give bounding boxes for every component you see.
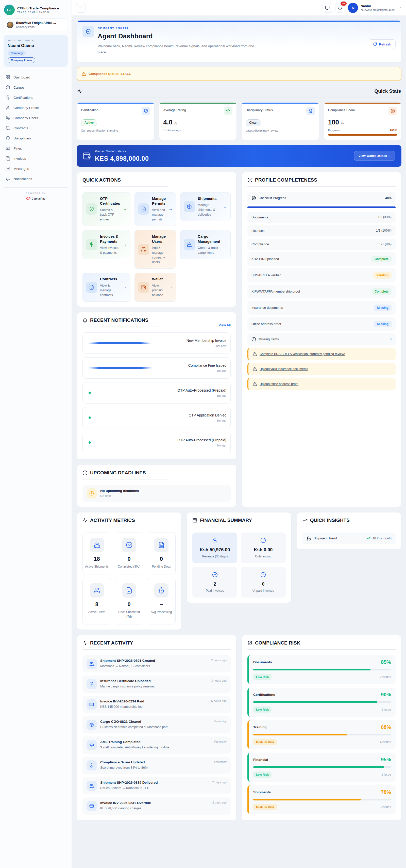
risk-badge: Low Risk bbox=[253, 674, 272, 680]
dollar-icon bbox=[86, 239, 97, 250]
shield-check-icon bbox=[86, 204, 97, 215]
financial-summary-card: FINANCIAL SUMMARY Ksh 50,976.00Revenue (… bbox=[187, 512, 291, 603]
sidebar-item-contracts[interactable]: Contracts bbox=[4, 123, 68, 133]
stat-row-licenses: Licenses1/1 (100%) bbox=[247, 225, 396, 236]
stat-sub: Latest disciplinary review bbox=[246, 129, 315, 132]
compliance-status-text: Compliance Status: STALE bbox=[89, 72, 131, 76]
copies-icon bbox=[6, 156, 10, 161]
missing-link-brs-brela[interactable]: Complete BRS/BRELA verification (current… bbox=[247, 348, 396, 360]
checklist-row: KRA PIN uploadedComplete bbox=[247, 252, 396, 266]
recent-notifications-card: RECENT NOTIFICATIONS View All New Member… bbox=[77, 312, 236, 460]
arrow-right-icon: → bbox=[123, 242, 127, 247]
activity-icon bbox=[77, 89, 82, 94]
welcome-kicker: WELCOME BACK, bbox=[8, 39, 64, 42]
capitalpay-logo: CP bbox=[26, 197, 30, 200]
clock-icon bbox=[260, 572, 266, 578]
star-icon bbox=[224, 107, 232, 115]
sidebar-item-label: Invoices bbox=[13, 157, 26, 160]
notifications-button[interactable]: 99+ bbox=[335, 3, 345, 13]
company-selector[interactable]: BlueWave Freight Africa ... Company Port… bbox=[4, 18, 68, 31]
welcome-user-name: Naomi Otieno bbox=[8, 43, 64, 48]
action-cargo-management[interactable]: Cargo ManagementCreate & track cargo ite… bbox=[180, 230, 231, 259]
wallet-icon bbox=[138, 282, 149, 293]
stat-card-average-rating: Average Rating 4.0 /5 1 total ratings bbox=[159, 102, 237, 140]
action-shipments[interactable]: ShipmentsManage shipments & deliveries→ bbox=[180, 192, 231, 221]
view-wallet-details-button[interactable]: View Wallet Details → bbox=[354, 151, 395, 161]
refresh-icon bbox=[373, 42, 377, 46]
missing-link-office-address[interactable]: Upload office address proof bbox=[247, 378, 396, 390]
bell-icon bbox=[338, 6, 342, 10]
stat-card-compliance-score: Compliance Score 100 % Progress100% bbox=[324, 102, 402, 140]
sidebar-item-label: Certifications bbox=[13, 96, 33, 99]
notification-item[interactable]: OTP Auto-Processed (Prepaid)1m ago bbox=[82, 382, 231, 404]
notification-item[interactable]: OTP Auto-Processed (Prepaid)1m ago bbox=[82, 432, 231, 453]
recent-activity-card: RECENT ACTIVITY Shipment SHP-2026-0891 C… bbox=[77, 635, 236, 820]
sidebar-item-invoices[interactable]: Invoices bbox=[4, 153, 68, 163]
capitalpay-name: CapitalPay bbox=[32, 197, 45, 200]
action-contracts[interactable]: ContractsView & manage contracts→ bbox=[82, 273, 130, 302]
page-title: Agent Dashboard bbox=[98, 32, 255, 40]
hero-card: COMPANY PORTAL Agent Dashboard Welcome b… bbox=[77, 20, 401, 62]
ship-icon bbox=[184, 239, 195, 250]
risk-badge: Medium Risk bbox=[253, 739, 277, 745]
dashboard-icon bbox=[6, 75, 10, 80]
checklist-row: BRS/BRELA verifiedPending bbox=[247, 269, 396, 282]
sidebar-item-company-profile[interactable]: Company Profile bbox=[4, 102, 68, 113]
wallet-label: Prepaid Wallet Balance bbox=[95, 150, 149, 153]
role-badge-company-admin: Company Admin bbox=[8, 57, 35, 63]
action-manage-permits[interactable]: Manage PermitsView and manage permits→ bbox=[134, 192, 176, 226]
sidebar-item-cargos[interactable]: Cargos bbox=[4, 82, 68, 92]
brand: CF CFHub Trade Compliance TRADE COMPLIAN… bbox=[4, 4, 68, 18]
alert-circle-icon bbox=[251, 337, 256, 342]
action-otp-certificates[interactable]: OTP CertificatesSubmit & track OTP entri… bbox=[82, 192, 130, 226]
company-portal-label: Company Portal bbox=[16, 25, 56, 28]
stat-label: Disciplinary Status bbox=[246, 107, 273, 112]
refresh-button[interactable]: Refresh bbox=[369, 39, 396, 49]
deadline-empty-title: No upcoming deadlines bbox=[100, 489, 139, 493]
notification-item[interactable]: New Membership InvoiceJust now bbox=[82, 333, 231, 354]
menu-toggle-button[interactable] bbox=[76, 3, 86, 13]
graduation-cap-icon bbox=[87, 740, 97, 750]
sidebar-item-certifications[interactable]: Certifications bbox=[4, 92, 68, 102]
display-mode-button[interactable] bbox=[323, 3, 332, 13]
profile-completeness-title: PROFILE COMPLETENESS bbox=[255, 177, 317, 183]
sidebar-item-dashboard[interactable]: Dashboard bbox=[4, 72, 68, 82]
arrow-right-icon: → bbox=[223, 205, 227, 209]
action-invoices-payments[interactable]: Invoices & PaymentsView invoices & payme… bbox=[82, 230, 130, 259]
risk-badge: Medium Risk bbox=[253, 804, 277, 810]
sidebar-item-messages[interactable]: Messages bbox=[4, 163, 68, 174]
scroll-icon bbox=[6, 126, 10, 130]
activity-icon bbox=[82, 518, 88, 523]
shield-check-icon bbox=[142, 107, 150, 115]
sidebar-item-fines[interactable]: Fines bbox=[4, 143, 68, 153]
action-wallet[interactable]: WalletView prepaid balance→ bbox=[134, 273, 176, 302]
action-manage-users[interactable]: Manage UsersAdd & manage company users→ bbox=[134, 230, 176, 269]
sidebar-item-label: Dashboard bbox=[13, 75, 30, 79]
sidebar-item-label: Company Profile bbox=[13, 106, 39, 110]
fin-outstanding: Ksh 0.00Outstanding bbox=[241, 532, 286, 563]
sidebar-item-label: Contracts bbox=[13, 126, 28, 130]
wallet-amount: KES 4,898,000.00 bbox=[95, 155, 149, 162]
alert-triangle-icon bbox=[252, 367, 257, 371]
file-text-icon bbox=[87, 679, 97, 689]
sidebar-item-notifications[interactable]: Notifications bbox=[4, 174, 68, 184]
users-icon bbox=[138, 244, 149, 255]
missing-link-insurance[interactable]: Upload valid insurance documents bbox=[247, 363, 396, 375]
users-icon bbox=[6, 116, 10, 120]
notification-item[interactable]: OTP Application Denied1m ago bbox=[82, 407, 231, 428]
view-all-link[interactable]: View All bbox=[219, 323, 231, 327]
sidebar-item-company-users[interactable]: Company Users bbox=[4, 113, 68, 123]
progress-label: Progress bbox=[328, 129, 340, 132]
checklist-progress-bar bbox=[247, 207, 396, 208]
menu-icon bbox=[79, 6, 83, 10]
user-menu[interactable]: N Naomi bluewave.freight@cfhub.net bbox=[348, 3, 402, 13]
dollar-icon bbox=[212, 537, 218, 543]
checklist-row: KIFWA/TAFFA membership proofComplete bbox=[247, 285, 396, 299]
credit-card-icon bbox=[87, 700, 97, 710]
sidebar-item-disciplinary[interactable]: Disciplinary bbox=[4, 133, 68, 143]
target-icon bbox=[251, 196, 256, 200]
risk-row-training: Training68%Medium Risk4 issues bbox=[247, 720, 396, 749]
notification-item[interactable]: Compliance Fine Issued1m ago bbox=[82, 357, 231, 379]
progress-bar bbox=[328, 134, 397, 135]
stat-label: Certification bbox=[81, 107, 98, 112]
